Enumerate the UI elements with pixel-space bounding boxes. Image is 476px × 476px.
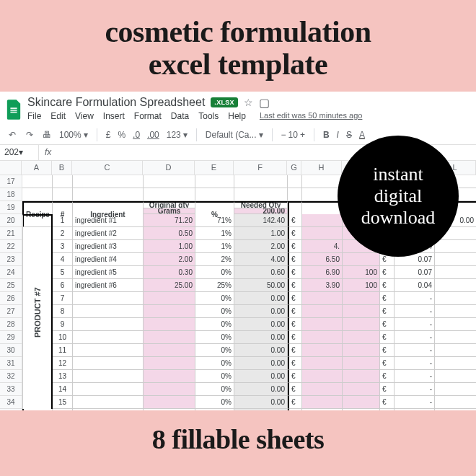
total-grams[interactable]: 100.00 xyxy=(144,409,195,410)
l-cell[interactable] xyxy=(435,305,476,318)
currency-cell[interactable]: € xyxy=(288,396,302,409)
menu-tools[interactable]: Tools xyxy=(198,111,219,121)
currency-cell[interactable]: € xyxy=(288,383,302,396)
row-header[interactable]: 27 xyxy=(0,305,22,318)
j-cell[interactable]: € xyxy=(380,292,395,305)
ingredient-cell[interactable] xyxy=(73,370,144,383)
h-cell[interactable]: 3.90 xyxy=(302,279,343,292)
pct-cell[interactable]: 0% xyxy=(195,357,234,370)
total-h[interactable]: 29.80 xyxy=(302,409,343,410)
grams-cell[interactable] xyxy=(144,305,195,318)
cell[interactable] xyxy=(53,409,73,410)
row-header[interactable]: 19 xyxy=(0,201,22,214)
l-cell[interactable] xyxy=(435,357,476,370)
orig-qty-header[interactable]: Original qty xyxy=(144,201,195,208)
needed-qty-header[interactable]: Needed Qty xyxy=(234,201,288,208)
needed-cell[interactable]: 0.00 xyxy=(234,305,288,318)
i-cell[interactable] xyxy=(343,292,380,305)
cell[interactable] xyxy=(234,188,288,201)
row-header[interactable]: 22 xyxy=(0,240,22,253)
i-cell[interactable] xyxy=(343,383,380,396)
cell[interactable] xyxy=(53,188,73,201)
grams-cell[interactable]: 2.00 xyxy=(144,253,195,266)
k-cell[interactable]: - xyxy=(395,383,435,396)
k-cell[interactable]: - xyxy=(395,305,435,318)
col-header[interactable]: C xyxy=(72,161,143,175)
cell[interactable] xyxy=(302,175,343,188)
h-cell[interactable] xyxy=(302,370,343,383)
l-cell[interactable] xyxy=(435,318,476,331)
pct-cell[interactable]: 2% xyxy=(195,253,234,266)
h-cell[interactable]: 6.50 xyxy=(302,253,343,266)
text-color-button[interactable]: A xyxy=(359,130,365,140)
i-cell[interactable]: 100 xyxy=(343,279,380,292)
grams-cell[interactable]: 0.50 xyxy=(144,227,195,240)
needed-cell[interactable]: 0.00 xyxy=(234,383,288,396)
l-cell[interactable] xyxy=(435,396,476,409)
j-cell[interactable]: € xyxy=(380,318,395,331)
ingredient-cell[interactable] xyxy=(73,344,144,357)
l-cell[interactable] xyxy=(435,331,476,344)
h-cell[interactable] xyxy=(302,292,343,305)
row-num[interactable]: 10 xyxy=(53,331,73,344)
total-pct[interactable]: 100% xyxy=(195,409,234,410)
row-header[interactable]: 20 xyxy=(0,214,22,227)
i-cell[interactable] xyxy=(343,396,380,409)
total-i[interactable]: 1650 xyxy=(343,409,380,410)
pct-cell[interactable]: 0% xyxy=(195,266,234,279)
ingredient-cell[interactable] xyxy=(73,357,144,370)
k-cell[interactable]: - xyxy=(395,357,435,370)
needed-cell[interactable]: 0.00 xyxy=(234,292,288,305)
j-cell[interactable]: € xyxy=(380,266,395,279)
cell[interactable] xyxy=(22,175,53,188)
k-cell[interactable]: - xyxy=(395,318,435,331)
i-cell[interactable] xyxy=(343,344,380,357)
h-cell[interactable] xyxy=(302,305,343,318)
j-cell[interactable]: € xyxy=(380,357,395,370)
col-header[interactable]: G xyxy=(287,161,301,175)
ingredient-cell[interactable]: ingredient #1 xyxy=(73,214,144,227)
row-header[interactable]: 29 xyxy=(0,331,22,344)
j-cell[interactable]: € xyxy=(380,279,395,292)
grams-cell[interactable]: 25.00 xyxy=(144,279,195,292)
dec-increase-button[interactable]: .00 xyxy=(147,130,159,140)
h-cell[interactable] xyxy=(302,344,343,357)
i-cell[interactable] xyxy=(343,318,380,331)
grams-header[interactable]: Grams xyxy=(144,208,195,214)
currency-cell[interactable]: € xyxy=(288,240,302,253)
currency-cell[interactable]: € xyxy=(288,266,302,279)
font-select[interactable]: Default (Ca... ▾ xyxy=(206,130,263,140)
row-header[interactable]: 30 xyxy=(0,344,22,357)
needed-cell[interactable]: 50.00 xyxy=(234,279,288,292)
row-header[interactable]: 28 xyxy=(0,318,22,331)
ingredient-cell[interactable] xyxy=(73,396,144,409)
k-cell[interactable]: - xyxy=(395,370,435,383)
ingredient-cell[interactable]: ingredient #3 xyxy=(73,240,144,253)
needed-cell[interactable]: 0.00 xyxy=(234,396,288,409)
col-header[interactable]: E xyxy=(195,161,234,175)
doc-title[interactable]: Skincare Formulation Spreadsheet xyxy=(27,96,205,109)
grams-cell[interactable] xyxy=(144,331,195,344)
menu-format[interactable]: Format xyxy=(134,111,162,121)
l-cell[interactable] xyxy=(435,383,476,396)
pct-cell[interactable]: 0% xyxy=(195,305,234,318)
h-cell[interactable] xyxy=(302,214,343,227)
k-cell[interactable]: - xyxy=(395,396,435,409)
menu-edit[interactable]: Edit xyxy=(50,111,66,121)
row-num[interactable]: 4 xyxy=(53,253,73,266)
h-cell[interactable] xyxy=(302,227,343,240)
cell[interactable] xyxy=(73,409,144,410)
cell[interactable] xyxy=(234,175,288,188)
row-header[interactable]: 33 xyxy=(0,383,22,396)
product-label[interactable]: PRODUCT #7 xyxy=(22,214,53,409)
name-box[interactable]: 202 ▾ xyxy=(0,145,39,160)
j-cell[interactable]: € xyxy=(380,331,395,344)
star-icon[interactable]: ☆ xyxy=(244,97,253,108)
pct-cell[interactable]: 0% xyxy=(195,344,234,357)
sheets-logo-icon[interactable] xyxy=(6,100,22,120)
redo-icon[interactable]: ↷ xyxy=(25,130,35,140)
strike-button[interactable]: S xyxy=(346,130,352,140)
italic-button[interactable]: I xyxy=(337,130,339,140)
j-cell[interactable]: € xyxy=(380,396,395,409)
needed-cell[interactable]: 0.00 xyxy=(234,357,288,370)
